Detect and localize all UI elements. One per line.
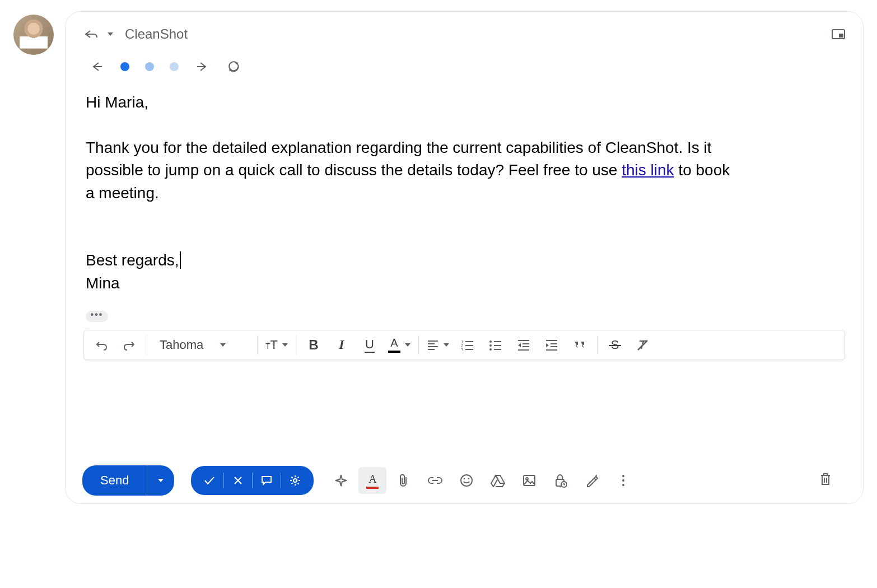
insert-signature-button[interactable] <box>578 467 606 494</box>
more-options-button[interactable] <box>609 467 637 494</box>
format-toolbar: Tahoma TT B I U A <box>83 330 845 360</box>
popout-icon[interactable] <box>831 26 846 42</box>
underline-button[interactable]: U <box>357 334 382 356</box>
svg-point-14 <box>489 348 492 351</box>
sender-avatar <box>13 15 54 55</box>
suggestion-nav <box>89 59 846 74</box>
insert-drive-button[interactable] <box>484 467 512 494</box>
dismiss-suggestion-button[interactable] <box>225 470 251 491</box>
send-button[interactable]: Send <box>82 465 147 496</box>
text-color-insert-button[interactable]: A <box>358 467 386 494</box>
italic-button[interactable]: I <box>329 334 354 356</box>
indent-less-button[interactable] <box>511 334 537 356</box>
ai-settings-button[interactable] <box>282 470 308 491</box>
svg-point-39 <box>622 484 624 486</box>
font-name: Tahoma <box>160 338 203 352</box>
numbered-list-button[interactable]: 123 <box>455 334 481 356</box>
svg-point-38 <box>622 479 624 482</box>
suggestion-dot-2[interactable] <box>145 62 154 71</box>
insert-emoji-button[interactable] <box>453 467 481 494</box>
email-body[interactable]: Hi Maria, Thank you for the detailed exp… <box>86 91 741 295</box>
svg-point-31 <box>464 478 465 480</box>
svg-point-34 <box>526 478 528 480</box>
ai-sparkle-button[interactable] <box>327 467 355 494</box>
discard-draft-button[interactable] <box>819 472 846 489</box>
font-picker[interactable]: Tahoma <box>152 338 253 352</box>
meeting-link[interactable]: this link <box>622 161 674 179</box>
svg-point-13 <box>489 344 492 347</box>
insert-image-button[interactable] <box>515 467 543 494</box>
ai-actions-pill <box>191 466 314 495</box>
text-color-button[interactable]: A <box>385 334 414 356</box>
email-signature: Mina <box>86 272 741 295</box>
compose-bottom-bar: Send <box>82 465 846 496</box>
show-trimmed-content[interactable]: ••• <box>86 311 108 322</box>
undo-button[interactable] <box>88 334 114 356</box>
svg-rect-33 <box>524 475 535 486</box>
email-paragraph: Thank you for the detailed explanation r… <box>86 137 741 205</box>
svg-point-32 <box>468 478 470 480</box>
quote-button[interactable] <box>567 334 593 356</box>
attach-file-button[interactable] <box>390 467 418 494</box>
compose-card: CleanShot Hi Maria, <box>65 11 864 504</box>
svg-point-37 <box>622 475 624 477</box>
email-greeting: Hi Maria, <box>86 91 741 114</box>
suggestion-dot-1[interactable] <box>120 62 129 71</box>
suggestion-refresh-icon[interactable] <box>226 59 241 74</box>
font-size-button[interactable]: TT <box>262 334 291 356</box>
reply-icon[interactable] <box>83 26 99 42</box>
suggestion-dot-3[interactable] <box>170 62 179 71</box>
indent-more-button[interactable] <box>539 334 565 356</box>
svg-rect-1 <box>839 34 843 38</box>
insert-link-button[interactable] <box>421 467 449 494</box>
suggestion-prev-icon[interactable] <box>89 59 105 74</box>
email-body-text-1: Thank you for the detailed explanation r… <box>86 139 712 179</box>
suggestion-next-icon[interactable] <box>194 59 210 74</box>
insert-actions: A <box>327 467 637 494</box>
feedback-button[interactable] <box>254 470 279 491</box>
confidential-mode-button[interactable] <box>547 467 575 494</box>
svg-point-30 <box>461 475 472 486</box>
svg-text:3: 3 <box>461 347 464 351</box>
send-button-group: Send <box>82 465 174 496</box>
email-closing: Best regards, <box>86 249 741 272</box>
reply-type-dropdown[interactable] <box>106 26 115 42</box>
align-button[interactable] <box>423 334 453 356</box>
svg-point-29 <box>293 479 297 482</box>
svg-point-12 <box>489 340 492 343</box>
bullet-list-button[interactable] <box>483 334 509 356</box>
strikethrough-button[interactable]: S <box>602 334 628 356</box>
chevron-down-icon <box>220 343 226 347</box>
accept-suggestion-button[interactable] <box>197 470 222 491</box>
redo-button[interactable] <box>116 334 142 356</box>
send-options-button[interactable] <box>147 465 174 496</box>
bold-button[interactable]: B <box>301 334 326 356</box>
recipient-name[interactable]: CleanShot <box>125 26 188 42</box>
compose-header: CleanShot <box>83 26 846 42</box>
clear-formatting-button[interactable] <box>630 334 656 356</box>
